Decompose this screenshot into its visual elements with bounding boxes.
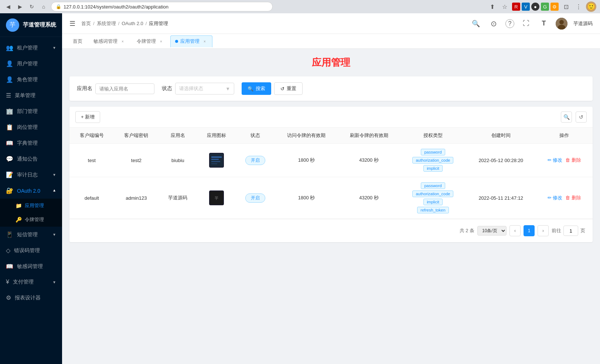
tab-app-mgmt-close[interactable]: × — [202, 38, 208, 44]
auth-tag: refresh_token — [417, 207, 449, 213]
action-links: ✏ 修改 🗑 删除 — [542, 157, 587, 164]
header-menu-button[interactable]: ☰ — [69, 20, 75, 28]
token-mgmt-icon: 🔑 — [16, 217, 22, 223]
search-button[interactable]: 🔍 搜索 — [242, 82, 271, 95]
sidebar-item-dict[interactable]: 📖 字典管理 — [0, 135, 62, 151]
delete-link[interactable]: 🗑 删除 — [565, 157, 581, 164]
window-icon[interactable]: ⊡ — [561, 1, 571, 12]
sidebar-item-label: 菜单管理 — [15, 92, 35, 99]
page-content: 应用管理 应用名 状态 请选择状态 ▼ 🔍 搜索 — [62, 49, 600, 364]
sidebar-item-notice[interactable]: 💬 通知公告 — [0, 151, 62, 167]
reset-btn-label: 重置 — [287, 85, 296, 92]
reset-button[interactable]: ↺ 重置 — [274, 82, 303, 95]
prev-page-button[interactable]: ‹ — [509, 225, 521, 236]
app-name-input[interactable] — [95, 83, 154, 94]
add-btn-label: + 新增 — [81, 114, 95, 120]
menu-dots-icon[interactable]: ⋮ — [573, 1, 584, 12]
breadcrumb-home[interactable]: 首页 — [81, 20, 91, 27]
share-icon[interactable]: ⬆ — [487, 1, 497, 12]
cell-auth-types: passwordauthorization_codeimplicitrefres… — [400, 177, 466, 219]
delete-link[interactable]: 🗑 删除 — [565, 195, 581, 201]
user-name-text[interactable]: 芋道源码 — [573, 20, 593, 27]
ext-icon-3[interactable]: ● — [531, 3, 539, 11]
tenant-icon: 👥 — [6, 44, 13, 51]
edit-link[interactable]: ✏ 修改 — [548, 195, 563, 201]
ext-icon-4[interactable]: G — [541, 3, 549, 11]
cell-client-secret: test2 — [114, 144, 159, 177]
sidebar-subitem-token-mgmt[interactable]: 🔑 令牌管理 — [0, 213, 62, 227]
tab-app-mgmt[interactable]: 应用管理 × — [170, 35, 212, 47]
forward-button[interactable]: ▶ — [16, 2, 24, 11]
ext-icon-2[interactable]: V — [522, 3, 530, 11]
address-bar[interactable]: 🔒 127.0.0.1:1024/system/oauth2/oauth2/ap… — [51, 2, 273, 11]
role-icon: 👤 — [6, 76, 13, 83]
col-refresh-validity: 刷新令牌的有效期 — [338, 128, 400, 144]
sidebar-item-payment[interactable]: ¥ 支付管理 ▼ — [0, 274, 62, 290]
cell-app-icon: 芋 — [197, 177, 236, 219]
tab-token-close[interactable]: × — [158, 38, 164, 44]
sidebar-item-label: 敏感词管理 — [17, 263, 43, 270]
jump-prefix: 前往 — [552, 227, 561, 234]
tab-home[interactable]: 首页 — [68, 35, 87, 47]
page-size-select[interactable]: 10条/页 20条/页 50条/页 — [477, 226, 507, 236]
sidebar-item-tenant[interactable]: 👥 租户管理 ▼ — [0, 40, 62, 56]
tab-token[interactable]: 令牌管理 × — [132, 35, 169, 47]
breadcrumb-system[interactable]: 系统管理 — [97, 20, 116, 27]
header-font-icon[interactable]: T — [538, 18, 550, 30]
sidebar-item-post[interactable]: 📋 岗位管理 — [0, 119, 62, 135]
header-github-icon[interactable]: ⊙ — [488, 18, 500, 30]
table-row: test test2 biubiu 开启 1800 秒 43200 秒 pass… — [69, 144, 593, 177]
ext-icon-1[interactable]: R — [512, 3, 520, 11]
header-fullscreen-icon[interactable]: ⛶ — [520, 18, 532, 30]
tab-sensitive-close[interactable]: × — [120, 38, 126, 44]
status-select[interactable]: 请选择状态 ▼ — [175, 83, 234, 95]
add-button[interactable]: + 新增 — [75, 111, 100, 123]
oauth-icon: 🔐 — [6, 187, 13, 194]
edit-link[interactable]: ✏ 修改 — [548, 157, 563, 164]
header-help-icon[interactable]: ? — [505, 19, 514, 28]
bookmark-icon[interactable]: ☆ — [500, 1, 510, 12]
ext-icon-5[interactable]: ⚙ — [550, 3, 559, 11]
sidebar-item-menu[interactable]: ☰ 菜单管理 — [0, 87, 62, 103]
sidebar-item-label: 岗位管理 — [17, 124, 38, 131]
cell-client-secret: admin123 — [114, 177, 159, 219]
back-button[interactable]: ◀ — [4, 2, 13, 11]
sidebar-item-dept[interactable]: 🏢 部门管理 — [0, 103, 62, 119]
logo-avatar: 芋 — [6, 18, 19, 32]
app-image — [209, 153, 224, 168]
sidebar-item-sms[interactable]: 📱 短信管理 ▼ — [0, 227, 62, 243]
sidebar-item-label: 短信管理 — [17, 231, 38, 238]
col-access-validity: 访问令牌的有效期 — [275, 128, 338, 144]
cell-status: 开启 — [236, 177, 275, 219]
menu-icon: ☰ — [6, 92, 11, 99]
page-1-button[interactable]: 1 — [524, 225, 535, 236]
refresh-button[interactable]: ↻ — [27, 2, 36, 11]
sidebar-item-report[interactable]: ⚙ 报表设计器 — [0, 290, 62, 306]
sidebar-menu: 👥 租户管理 ▼ 👤 用户管理 👤 角色管理 ☰ 菜单管理 🏢 部门管理 � — [0, 37, 62, 364]
chevron-down-icon: ▼ — [52, 233, 56, 237]
sidebar-item-role[interactable]: 👤 角色管理 — [0, 72, 62, 87]
sidebar-item-audit[interactable]: 📝 审计日志 ▼ — [0, 167, 62, 183]
user-profile-icon[interactable]: 🙂 — [586, 1, 596, 12]
breadcrumb-oauth2[interactable]: OAuth 2.0 — [122, 21, 143, 26]
ext-icons: R V ● G ⚙ — [512, 3, 559, 11]
tab-sensitive[interactable]: 敏感词管理 × — [89, 35, 130, 47]
home-button[interactable]: ⌂ — [39, 2, 48, 11]
user-avatar[interactable] — [556, 18, 567, 30]
table-search-icon[interactable]: 🔍 — [561, 111, 572, 123]
sidebar-subitem-app-mgmt[interactable]: 📁 应用管理 — [0, 199, 62, 213]
browser-actions: ⬆ ☆ R V ● G ⚙ ⊡ ⋮ 🙂 — [487, 1, 596, 12]
header-search-icon[interactable]: 🔍 — [470, 18, 482, 30]
sidebar-item-oauth2[interactable]: 🔐 OAuth 2.0 ▼ — [0, 183, 62, 199]
svg-rect-5 — [211, 159, 219, 160]
sidebar-item-user[interactable]: 👤 用户管理 — [0, 56, 62, 72]
page-jump-input[interactable] — [563, 226, 578, 236]
sidebar-item-sensitive[interactable]: 📖 敏感词管理 — [0, 258, 62, 274]
table-right-actions: 🔍 ↺ — [561, 111, 587, 123]
col-status: 状态 — [236, 128, 275, 144]
table-refresh-icon[interactable]: ↺ — [576, 111, 587, 123]
next-page-button[interactable]: › — [538, 225, 549, 236]
sidebar-item-errcode[interactable]: ◇ 错误码管理 — [0, 243, 62, 258]
col-auth-type: 授权类型 — [400, 128, 466, 144]
auth-tag: implicit — [423, 165, 443, 172]
